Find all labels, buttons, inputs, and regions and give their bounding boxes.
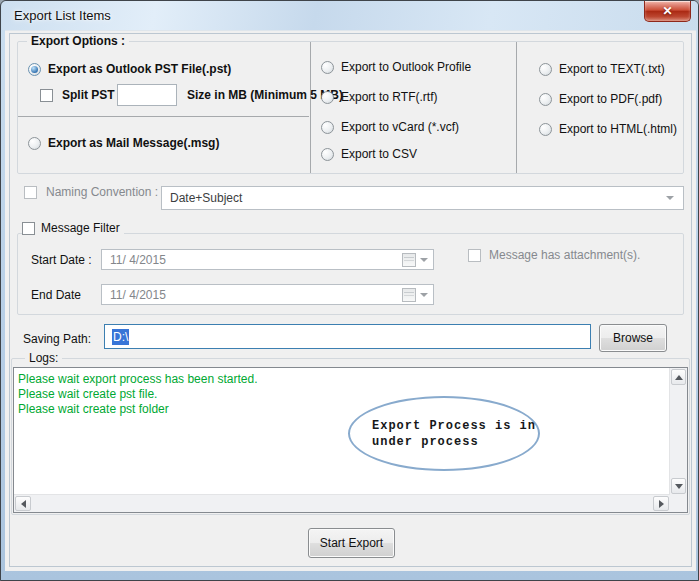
end-date-value: 11/ 4/2015: [102, 288, 402, 302]
start-date-picker[interactable]: 11/ 4/2015: [101, 249, 434, 270]
naming-convention-value: Date+Subject: [162, 191, 666, 205]
attachment-filter-row[interactable]: Message has attachment(s).: [468, 247, 640, 263]
calendar-icon[interactable]: [402, 288, 416, 302]
annotation-text-line2: under process: [372, 434, 538, 450]
horizontal-scrollbar[interactable]: [14, 494, 670, 512]
chevron-down-icon[interactable]: [420, 293, 428, 297]
radio-row-export-msg[interactable]: Export as Mail Message(.msg): [28, 135, 219, 151]
vertical-scrollbar[interactable]: [669, 368, 687, 495]
process-annotation-ellipse: Export Process is in under process: [348, 396, 540, 471]
radio-icon-pdf[interactable]: [539, 93, 552, 106]
scroll-right-button[interactable]: [653, 496, 669, 511]
logs-group-label: Logs:: [25, 351, 62, 365]
scroll-left-icon: [21, 500, 26, 508]
log-line: Please wait create pst folder: [18, 402, 169, 416]
logs-textarea[interactable]: Please wait export process has been star…: [13, 367, 688, 513]
browse-button-label: Browse: [613, 331, 653, 345]
radio-row-text[interactable]: Export to TEXT(.txt): [539, 61, 665, 77]
start-export-button[interactable]: Start Export: [308, 528, 395, 558]
radio-icon-csv[interactable]: [321, 148, 334, 161]
scroll-left-button[interactable]: [15, 496, 31, 511]
naming-convention-dropdown[interactable]: Date+Subject: [161, 186, 684, 210]
scroll-up-icon: [675, 375, 683, 380]
message-filter-label: Message Filter: [41, 221, 120, 235]
radio-icon-msg[interactable]: [28, 137, 41, 150]
message-filter-row[interactable]: Message Filter: [22, 220, 124, 236]
saving-path-value: D:\: [112, 329, 129, 345]
radio-label-outlook-profile: Export to Outlook Profile: [341, 60, 471, 74]
radio-label-text: Export to TEXT(.txt): [559, 62, 665, 76]
radio-icon-pst[interactable]: [28, 63, 41, 76]
radio-icon-html[interactable]: [539, 123, 552, 136]
start-date-label: Start Date :: [31, 252, 92, 268]
radio-label-vcard: Export to vCard (*.vcf): [341, 120, 459, 134]
radio-label-html: Export to HTML(.html): [559, 122, 677, 136]
log-line: Please wait export process has been star…: [18, 372, 257, 386]
scroll-right-icon: [659, 500, 664, 508]
radio-label-csv: Export to CSV: [341, 147, 417, 161]
end-date-label: End Date: [31, 287, 81, 303]
radio-label-rtf: Export to RTF(.rtf): [341, 90, 437, 104]
calendar-icon[interactable]: [402, 253, 416, 267]
attachment-label: Message has attachment(s).: [489, 248, 640, 262]
start-export-label: Start Export: [320, 536, 383, 550]
browse-button[interactable]: Browse: [599, 324, 667, 352]
export-dialog-window: Export List Items ✕ Export Options : Exp…: [0, 0, 699, 581]
scroll-up-button[interactable]: [671, 369, 686, 385]
naming-convention-row[interactable]: Naming Convention :: [24, 184, 158, 200]
chevron-down-icon: [666, 196, 674, 200]
radio-label-msg: Export as Mail Message(.msg): [48, 136, 219, 150]
radio-row-html[interactable]: Export to HTML(.html): [539, 121, 677, 137]
column-divider-1: [310, 42, 311, 173]
export-options-group-label: Export Options :: [27, 34, 129, 48]
naming-convention-label: Naming Convention :: [46, 185, 158, 199]
radio-label-pst: Export as Outlook PST File(.pst): [48, 62, 231, 76]
radio-label-pdf: Export to PDF(.pdf): [559, 92, 662, 106]
attachment-checkbox[interactable]: [468, 249, 481, 262]
window-title: Export List Items: [14, 8, 111, 23]
naming-convention-checkbox[interactable]: [24, 186, 37, 199]
scroll-down-icon: [675, 484, 683, 489]
radio-icon-text[interactable]: [539, 63, 552, 76]
split-pst-checkbox[interactable]: [40, 89, 53, 102]
radio-icon-vcard[interactable]: [321, 121, 334, 134]
saving-path-input[interactable]: D:\: [104, 324, 591, 349]
end-date-picker[interactable]: 11/ 4/2015: [101, 284, 434, 305]
annotation-text-line1: Export Process is in: [372, 418, 538, 434]
split-size-input[interactable]: [117, 84, 177, 106]
scrollbar-corner: [670, 495, 687, 512]
close-icon: ✕: [662, 5, 672, 17]
radio-row-pdf[interactable]: Export to PDF(.pdf): [539, 91, 662, 107]
close-button[interactable]: ✕: [644, 1, 691, 22]
radio-row-vcard[interactable]: Export to vCard (*.vcf): [321, 119, 459, 135]
split-pst-label: Split PST: [62, 88, 115, 102]
radio-row-outlook-profile[interactable]: Export to Outlook Profile: [321, 59, 471, 75]
message-filter-checkbox[interactable]: [22, 222, 35, 235]
radio-row-export-pst[interactable]: Export as Outlook PST File(.pst): [28, 61, 231, 77]
pst-section-divider: [18, 116, 309, 117]
scroll-down-button[interactable]: [671, 478, 686, 494]
radio-row-rtf[interactable]: Export to RTF(.rtf): [321, 89, 437, 105]
radio-icon-rtf[interactable]: [321, 91, 334, 104]
chevron-down-icon[interactable]: [420, 258, 428, 262]
saving-path-label: Saving Path:: [23, 331, 91, 347]
log-line: Please wait create pst file.: [18, 387, 157, 401]
column-divider-2: [516, 42, 517, 173]
start-date-value: 11/ 4/2015: [102, 253, 402, 267]
split-pst-row[interactable]: Split PST: [40, 87, 115, 103]
split-size-hint: Size in MB (Minimum 5 MB): [187, 87, 343, 103]
radio-row-csv[interactable]: Export to CSV: [321, 146, 417, 162]
titlebar[interactable]: Export List Items ✕: [2, 1, 699, 30]
radio-icon-outlook-profile[interactable]: [321, 61, 334, 74]
